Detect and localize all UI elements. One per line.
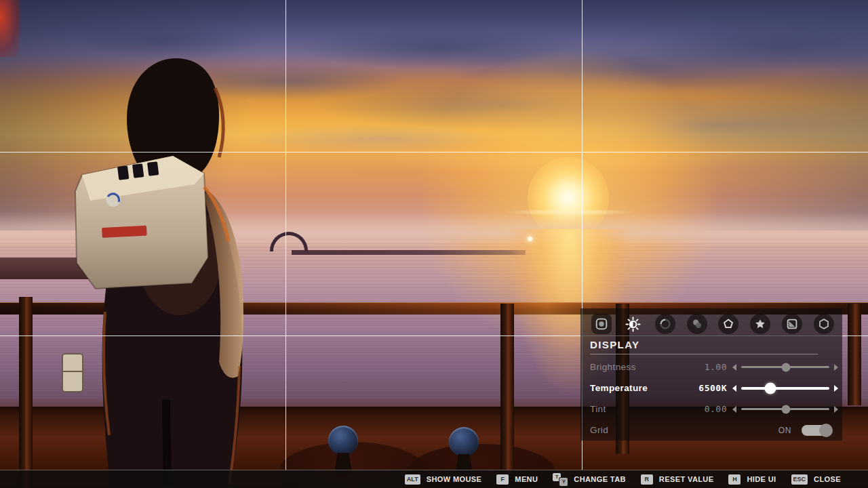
slider-temperature[interactable] xyxy=(732,385,838,392)
hotkey-label: CHANGE TAB xyxy=(574,475,626,483)
astronaut-character xyxy=(37,47,302,488)
tab-stickers[interactable] xyxy=(814,314,834,334)
tab-camera[interactable] xyxy=(591,314,612,334)
rail-post xyxy=(500,304,514,473)
slider-handle[interactable] xyxy=(764,382,776,394)
hotkey-label: CLOSE xyxy=(814,475,841,483)
photo-mode-screen: DISPLAY Brightness1.00Temperature6500KTi… xyxy=(0,0,868,488)
slider-increase-arrow[interactable] xyxy=(834,385,838,392)
sphere-lamp xyxy=(328,426,358,455)
setting-row-grid: GridON xyxy=(590,420,838,441)
corner-glow xyxy=(0,0,20,57)
rail-post xyxy=(19,297,33,488)
setting-label: Grid xyxy=(590,425,778,435)
slider-track[interactable] xyxy=(741,387,829,390)
grid-line-vertical-left xyxy=(285,0,286,470)
sphere-lamp xyxy=(449,427,479,457)
hotkey-label: SHOW MOUSE xyxy=(427,475,482,483)
tab-aperture[interactable] xyxy=(718,314,738,334)
hotkey-change-tab[interactable]: TYCHANGE TAB xyxy=(553,473,626,486)
slider-increase-arrow[interactable] xyxy=(834,364,838,371)
panel-tabs xyxy=(590,314,838,334)
water-glint xyxy=(528,237,532,241)
star-icon xyxy=(753,317,768,331)
rail-post xyxy=(848,304,861,405)
key-badge: ESC xyxy=(791,474,808,485)
color-balance-icon xyxy=(690,317,705,331)
hotkey-close[interactable]: ESCCLOSE xyxy=(791,474,841,485)
key-badge: ALT xyxy=(405,474,420,485)
slider-decrease-arrow[interactable] xyxy=(732,385,736,392)
toggle-knob xyxy=(819,424,833,437)
aperture-icon xyxy=(721,317,736,331)
contrast-icon xyxy=(658,317,673,331)
slider-track[interactable] xyxy=(741,366,829,368)
display-panel: DISPLAY Brightness1.00Temperature6500KTi… xyxy=(580,308,842,441)
tab-color[interactable] xyxy=(687,314,707,334)
settings-rows: Brightness1.00Temperature6500KTint0.00Gr… xyxy=(590,357,838,441)
key-badge: R xyxy=(641,474,653,485)
hotkey-reset-value[interactable]: RRESET VALUE xyxy=(641,474,714,485)
setting-row-brightness: Brightness1.00 xyxy=(590,357,838,378)
grid-toggle[interactable] xyxy=(802,425,832,436)
slider-decrease-arrow[interactable] xyxy=(732,406,736,413)
key-badge: Y xyxy=(559,478,568,486)
slider-handle[interactable] xyxy=(782,405,791,413)
hexagon-icon xyxy=(816,317,831,331)
hotkey-label: MENU xyxy=(515,475,538,483)
setting-row-temperature: Temperature6500K xyxy=(590,378,838,399)
hotkey-label: HIDE UI xyxy=(747,475,776,483)
setting-value: 0.00 xyxy=(677,404,727,414)
slider-tint[interactable] xyxy=(732,406,838,413)
slider-increase-arrow[interactable] xyxy=(834,406,838,413)
key-combo-badge: TY xyxy=(553,473,568,486)
tab-contrast[interactable] xyxy=(655,314,675,334)
hotkey-bar: ALTSHOW MOUSEFMENUTYCHANGE TABRRESET VAL… xyxy=(0,470,868,488)
panel-title: DISPLAY xyxy=(590,339,838,350)
viewfinder-icon xyxy=(594,317,609,331)
setting-label: Brightness xyxy=(590,362,677,372)
hotkey-menu[interactable]: FMENU xyxy=(496,474,538,485)
slider-brightness[interactable] xyxy=(732,364,838,371)
grid-line-horizontal-top xyxy=(0,152,868,152)
tab-frames[interactable] xyxy=(782,314,802,334)
brightness-icon xyxy=(625,317,641,332)
setting-value: 6500K xyxy=(677,383,727,393)
setting-row-tint: Tint0.00 xyxy=(590,399,838,420)
panel-separator xyxy=(590,354,818,354)
setting-label: Tint xyxy=(590,404,677,414)
hotkey-label: RESET VALUE xyxy=(659,475,714,483)
slider-handle[interactable] xyxy=(782,363,791,371)
setting-value: 1.00 xyxy=(677,362,727,372)
tab-display[interactable] xyxy=(623,314,644,334)
key-badge: H xyxy=(728,474,741,485)
key-badge: F xyxy=(496,474,509,485)
frame-icon xyxy=(785,317,800,331)
hotkey-show-mouse[interactable]: ALTSHOW MOUSE xyxy=(405,474,481,485)
tab-effects[interactable] xyxy=(750,314,770,334)
toggle-state-label: ON xyxy=(778,426,791,435)
slider-track[interactable] xyxy=(741,408,829,410)
hotkey-hide-ui[interactable]: HHIDE UI xyxy=(728,474,776,485)
breakwater xyxy=(292,250,526,255)
setting-label: Temperature xyxy=(590,383,677,393)
slider-decrease-arrow[interactable] xyxy=(732,364,736,371)
